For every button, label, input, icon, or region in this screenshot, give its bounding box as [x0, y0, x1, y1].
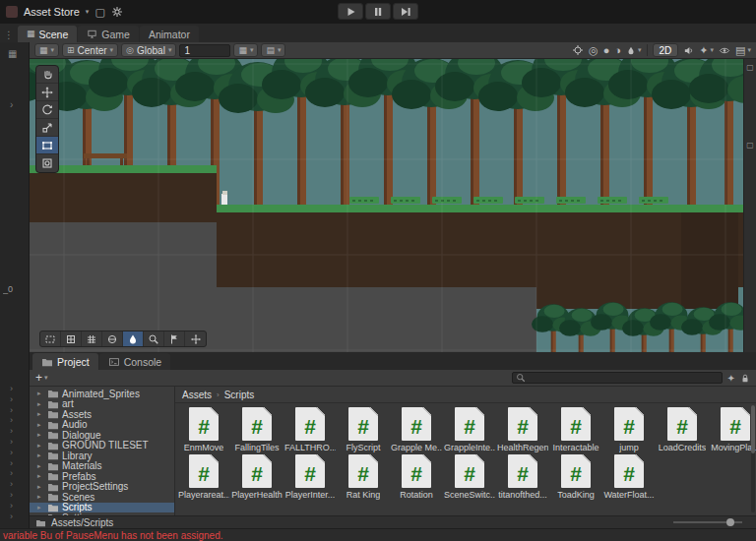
post-fx-dropdown[interactable]: ▾ — [626, 45, 642, 56]
collapsed-hierarchy-strip[interactable]: ▦ › _0 › › › › › › › › › › › › › — [0, 42, 30, 528]
move-tool-button[interactable] — [36, 84, 58, 101]
project-search-input[interactable] — [529, 373, 719, 383]
folder-arrow-icon[interactable]: ▸ — [37, 493, 44, 501]
scene-canvas[interactable] — [30, 59, 743, 352]
grid-size-input[interactable] — [179, 44, 230, 57]
rotate-tool-button[interactable] — [36, 101, 58, 119]
breadcrumb-current[interactable]: Scripts — [224, 390, 255, 400]
pause-button[interactable] — [365, 3, 391, 20]
grid-visibility-button[interactable]: ▤ ▾ — [261, 43, 285, 57]
folder-row[interactable]: ▸Materials — [30, 461, 174, 472]
file-item[interactable]: #PlayerHealth — [230, 452, 284, 500]
visibility-toggle-icon[interactable] — [719, 45, 730, 56]
console-error-message[interactable]: variable Bu of PauseMenu has not been as… — [3, 530, 223, 541]
folder-arrow-icon[interactable]: ▸ — [37, 421, 44, 429]
folder-arrow-icon[interactable]: ▸ — [37, 504, 44, 511]
folder-arrow-icon[interactable]: ▸ — [37, 451, 44, 459]
folder-row[interactable]: ▸art — [30, 399, 174, 410]
favorites-icon[interactable]: ✦ — [727, 373, 735, 384]
file-item[interactable]: #Playerareat... — [177, 452, 230, 500]
play-button[interactable] — [338, 3, 363, 20]
paint-tool-button[interactable] — [123, 331, 144, 346]
view-pan-tool-button[interactable] — [36, 66, 58, 84]
folder-arrow-icon[interactable]: ▸ — [37, 513, 44, 515]
flag-tool-button[interactable] — [164, 331, 185, 346]
folder-row[interactable]: ▸Assets — [30, 409, 174, 420]
folder-row[interactable]: ▸Scenes — [30, 492, 174, 503]
file-item[interactable]: #LoadCredits — [656, 405, 709, 452]
file-item[interactable]: #FlyScript — [337, 405, 390, 452]
step-button[interactable] — [393, 3, 418, 20]
tool-settings-button[interactable]: ▦ ▾ — [34, 43, 59, 57]
file-item[interactable]: #HealthRegen — [496, 405, 549, 452]
gizmo-select-icon[interactable] — [572, 44, 584, 56]
2d-mode-toggle[interactable]: 2D — [653, 43, 679, 57]
status-bar[interactable]: variable Bu of PauseMenu has not been as… — [0, 528, 756, 541]
folder-arrow-icon[interactable]: ▸ — [37, 390, 44, 397]
folder-row[interactable]: ▸Library — [30, 451, 174, 461]
lock-icon[interactable] — [740, 373, 750, 384]
breadcrumb-root[interactable]: Assets — [182, 390, 212, 400]
shading-mode-icon[interactable]: ● — [603, 45, 610, 56]
create-asset-button[interactable]: + ▾ — [35, 371, 48, 385]
file-item[interactable]: #EnmMove — [177, 405, 230, 452]
tab-animator[interactable]: Animator — [140, 26, 199, 42]
file-item[interactable]: #FALLTHRO... — [284, 405, 337, 452]
folder-row[interactable]: ▸Prefabs — [30, 471, 174, 482]
folder-row[interactable]: ▸GROUND TILESET — [30, 441, 174, 451]
tab-scene[interactable]: ▦ Scene — [18, 26, 77, 42]
folder-row[interactable]: ▸ProjectSettings — [30, 482, 174, 493]
file-item[interactable]: #Rotation — [390, 452, 443, 500]
file-item[interactable]: #PlayerInter... — [284, 452, 337, 500]
sphere-gizmo-button[interactable] — [102, 331, 123, 346]
tab-project[interactable]: Project — [32, 353, 98, 370]
file-item[interactable]: #titanofthed... — [496, 452, 549, 500]
move-tool-small-button[interactable] — [185, 331, 206, 346]
tab-console[interactable]: Console — [99, 353, 171, 370]
file-item[interactable]: #WaterFloat... — [602, 452, 656, 500]
file-item[interactable]: #MovingPla... — [709, 405, 756, 452]
orientation-dropdown[interactable]: ◎ Global ▾ — [121, 43, 176, 57]
folder-arrow-icon[interactable]: ▸ — [37, 472, 44, 480]
grid-brush-button[interactable] — [82, 331, 102, 346]
folder-arrow-icon[interactable]: ▸ — [37, 400, 44, 408]
transform-tool-button[interactable] — [36, 154, 58, 172]
file-item[interactable]: #Rat King — [337, 452, 390, 500]
folder-row[interactable]: ▸Settings — [30, 512, 174, 515]
file-item[interactable]: #Grapple Me... — [390, 405, 443, 452]
scrollbar[interactable] — [751, 405, 755, 512]
window-layout-icon[interactable]: ▢ — [94, 7, 104, 18]
tab-game[interactable]: Game — [78, 26, 139, 42]
select-tool-button[interactable] — [40, 331, 61, 346]
effects-dropdown[interactable]: ✦ ▾ — [699, 45, 714, 56]
zoom-tool-button[interactable] — [144, 331, 164, 346]
folder-arrow-icon[interactable]: ▸ — [37, 442, 44, 450]
folder-row[interactable]: ▸Audio — [30, 420, 174, 431]
folder-arrow-icon[interactable]: ▸ — [37, 410, 44, 418]
file-item[interactable]: #Interactable — [549, 405, 602, 452]
chevron-down-icon[interactable]: ▾ — [86, 8, 90, 16]
folder-row-selected[interactable]: ▸Scripts — [30, 503, 174, 513]
zoom-slider-thumb[interactable] — [726, 518, 734, 526]
scale-tool-button[interactable] — [36, 119, 58, 137]
collapsed-overlay-strip[interactable]: ▢ ▢ — [743, 59, 756, 352]
file-item[interactable]: #FallingTiles — [230, 405, 284, 452]
file-item[interactable]: #GrappleInte... — [443, 405, 496, 452]
zoom-slider[interactable] — [673, 521, 742, 523]
folder-arrow-icon[interactable]: ▸ — [37, 483, 44, 491]
audio-toggle-icon[interactable] — [683, 45, 694, 56]
gear-icon[interactable] — [111, 6, 123, 18]
file-item[interactable]: #SceneSwitc... — [443, 452, 496, 500]
folder-arrow-icon[interactable]: ▸ — [37, 462, 44, 470]
snap-settings-button[interactable]: ▦ ▾ — [233, 43, 258, 57]
skybox-toggle-icon[interactable]: ◎ — [589, 45, 598, 56]
lighting-toggle-icon[interactable]: ◑ — [614, 45, 621, 56]
kebab-menu-icon[interactable]: ⋮ — [3, 30, 17, 42]
pivot-mode-dropdown[interactable]: ⊞ Center ▾ — [62, 43, 118, 57]
folder-arrow-icon[interactable]: ▸ — [37, 431, 44, 439]
move-selection-button[interactable] — [61, 331, 82, 346]
asset-store-title[interactable]: Asset Store — [24, 6, 80, 18]
folder-row[interactable]: ▸Animated_Sprites — [30, 389, 174, 399]
folder-row[interactable]: ▸Dialogue — [30, 430, 174, 441]
file-item[interactable]: #ToadKing — [549, 452, 602, 500]
